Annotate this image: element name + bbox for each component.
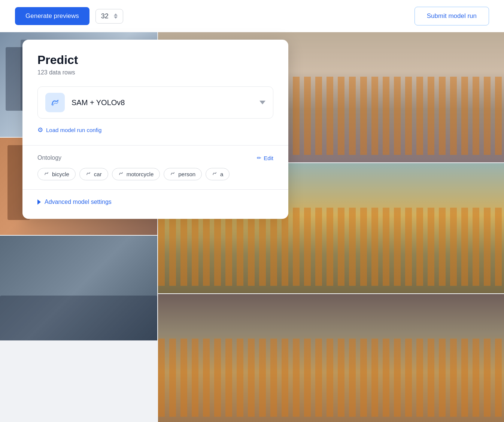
predict-subtitle: 123 data rows: [37, 69, 273, 76]
top-bar: Generate previews 32 Submit model run: [0, 0, 504, 32]
ontology-label: Ontology: [37, 155, 61, 161]
load-config-label: Load model run config: [46, 127, 101, 133]
tag-car[interactable]: car: [79, 168, 108, 180]
divider-2: [22, 189, 288, 190]
generate-previews-button[interactable]: Generate previews: [15, 7, 89, 25]
ontology-header: Ontology ✏ Edit: [37, 155, 273, 161]
tag-bicycle[interactable]: bicycle: [37, 168, 76, 180]
number-stepper[interactable]: 32: [95, 9, 123, 24]
model-selector[interactable]: SAM + YOLOv8: [37, 86, 273, 119]
predict-title: Predict: [37, 53, 273, 67]
tag-a-label: a: [220, 171, 223, 177]
right-image-3: [158, 294, 504, 422]
divider-1: [22, 145, 288, 146]
tag-person[interactable]: person: [164, 168, 202, 180]
tag-motorcycle-icon: [118, 171, 124, 177]
tag-motorcycle[interactable]: motorcycle: [112, 168, 160, 180]
stepper-value: 32: [101, 12, 109, 20]
tag-bicycle-icon: [44, 171, 49, 177]
stepper-arrows[interactable]: [114, 13, 118, 19]
tag-motorcycle-label: motorcycle: [127, 171, 154, 177]
submit-model-run-button[interactable]: Submit model run: [415, 7, 489, 25]
tag-person-icon: [170, 171, 175, 177]
chevron-right-icon: [37, 199, 41, 205]
tag-bicycle-label: bicycle: [52, 171, 69, 177]
advanced-label: Advanced model settings: [45, 199, 112, 205]
tag-person-label: person: [178, 171, 195, 177]
advanced-settings-link[interactable]: Advanced model settings: [37, 199, 273, 205]
stepper-up-arrow[interactable]: [114, 13, 118, 16]
tag-car-label: car: [94, 171, 102, 177]
gear-icon: ⚙: [37, 126, 43, 134]
tags-row: bicycle car motorcycle person: [37, 168, 273, 180]
main-area: Predict 123 data rows SAM + YOLOv8 ⚙ Loa…: [0, 32, 504, 422]
tag-a[interactable]: a: [206, 168, 230, 180]
model-icon: [45, 93, 65, 112]
predict-card: Predict 123 data rows SAM + YOLOv8 ⚙ Loa…: [22, 40, 288, 219]
load-config-link[interactable]: ⚙ Load model run config: [37, 126, 273, 134]
model-name: SAM + YOLOv8: [72, 98, 253, 107]
left-image-bot: [0, 236, 157, 340]
edit-label: Edit: [264, 155, 273, 161]
tag-a-icon: [212, 171, 217, 177]
pencil-icon: ✏: [257, 155, 261, 161]
stepper-down-arrow[interactable]: [114, 16, 118, 19]
tag-car-icon: [86, 171, 91, 177]
edit-link[interactable]: ✏ Edit: [257, 155, 273, 161]
chevron-down-icon: [259, 101, 265, 104]
